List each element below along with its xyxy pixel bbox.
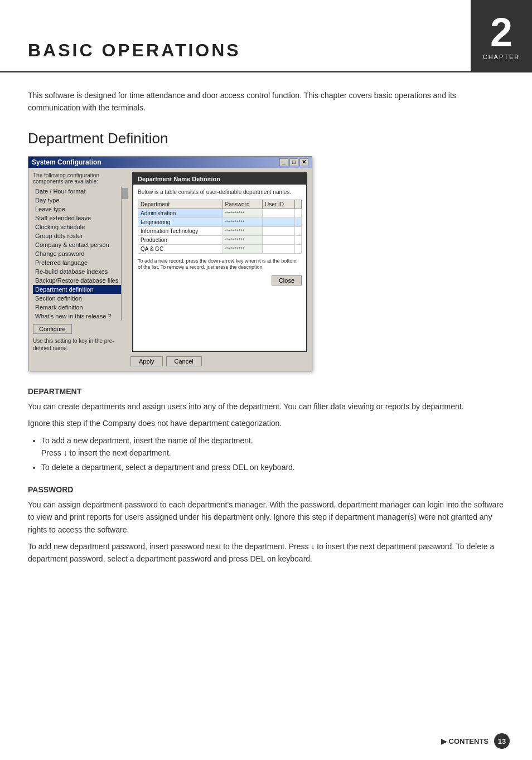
dept-cell[interactable]: Information Technology (138, 226, 223, 235)
dept-close-row: Close (138, 275, 302, 285)
password-para2: To add new department password, insert p… (28, 540, 504, 565)
password-cell[interactable]: ********** (223, 235, 262, 244)
dept-panel-body: Below is a table consists of user-defina… (133, 185, 306, 290)
scrollbar-thumb (122, 188, 128, 199)
config-list-item[interactable]: Department definition (33, 285, 121, 294)
scroll-cell (295, 226, 302, 235)
password-cell[interactable]: ********** (223, 244, 262, 253)
table-row: Production********** (138, 235, 302, 244)
chapter-number: 2 (490, 12, 512, 52)
config-list-item[interactable]: Clocking schedule (33, 222, 121, 231)
contents-nav[interactable]: ▶ CONTENTS (441, 737, 489, 746)
col-scroll (295, 200, 302, 209)
dialog-body: The following configuration components a… (28, 168, 312, 356)
config-list-item[interactable]: Re-build database indexes (33, 267, 121, 276)
password-cell[interactable]: ********** (223, 217, 262, 226)
dept-para2: Ignore this step if the Company does not… (28, 417, 504, 429)
chapter-badge: 2 CHAPTER (471, 0, 532, 72)
dept-description: Below is a table consists of user-defina… (138, 189, 302, 195)
config-list-item[interactable]: Day type (33, 196, 121, 205)
table-row: Information Technology********** (138, 226, 302, 235)
config-list-item[interactable]: Group duty roster (33, 231, 121, 240)
dialog-titlebar: System Configuration _ □ ✕ (28, 157, 312, 168)
apply-button[interactable]: Apply (130, 356, 163, 366)
section-heading: Department Definition (28, 130, 504, 147)
config-list: Date / Hour formatDay typeLeave typeStaf… (33, 187, 121, 321)
dept-table: Department Password User ID Administrati… (138, 200, 302, 254)
table-row: Engineering********** (138, 217, 302, 226)
dept-section-heading: DEPARTMENT (28, 387, 504, 396)
minimize-button[interactable]: _ (279, 158, 288, 166)
chapter-header: BASIC OPERATIONS 2 CHAPTER (0, 0, 532, 72)
password-section-heading: PASSWORD (28, 485, 504, 494)
userid-cell[interactable] (263, 226, 295, 235)
list-scrollbar[interactable] (121, 187, 128, 321)
page-number: 13 (494, 733, 510, 749)
dept-cell[interactable]: QA & GC (138, 244, 223, 253)
list-item: To add a new department, insert the name… (41, 434, 504, 459)
dept-cell[interactable]: Production (138, 235, 223, 244)
config-list-item[interactable]: Company & contact person (33, 240, 121, 249)
col-userid: User ID (263, 200, 295, 209)
dialog-area: System Configuration _ □ ✕ The following… (28, 156, 504, 371)
scroll-cell (295, 209, 302, 217)
dept-panel-header: Department Name Definition (133, 173, 306, 185)
userid-cell[interactable] (263, 244, 295, 253)
scroll-cell (295, 244, 302, 253)
chapter-label: CHAPTER (483, 54, 520, 60)
config-list-item[interactable]: Staff extended leave (33, 214, 121, 222)
dialog-footer: Apply Cancel (126, 356, 312, 371)
password-cell[interactable]: ********** (223, 226, 262, 235)
table-row: QA & GC********** (138, 244, 302, 253)
config-list-item[interactable]: What's new in this release ? (33, 312, 121, 321)
config-list-item[interactable]: Section definition (33, 294, 121, 303)
password-cell[interactable]: ********** (223, 209, 262, 217)
config-list-item[interactable]: Date / Hour format (33, 187, 121, 196)
config-list-item[interactable]: Remark definition (33, 303, 121, 312)
col-password: Password (223, 200, 262, 209)
dept-cell[interactable]: Engineering (138, 217, 223, 226)
dept-close-button[interactable]: Close (272, 275, 302, 285)
scroll-cell (295, 235, 302, 244)
config-list-item[interactable]: Change password (33, 249, 121, 258)
maximize-button[interactable]: □ (289, 158, 298, 166)
dept-panel: Department Name Definition Below is a ta… (132, 172, 307, 352)
dept-bullets: To add a new department, insert the name… (41, 434, 504, 474)
configure-button[interactable]: Configure (33, 324, 72, 334)
userid-cell[interactable] (263, 217, 295, 226)
intro-paragraph: This software is designed for time atten… (28, 89, 504, 114)
scroll-cell (295, 217, 302, 226)
col-dept: Department (138, 200, 223, 209)
config-list-item[interactable]: Leave type (33, 205, 121, 214)
dialog-window-controls: _ □ ✕ (279, 158, 308, 166)
system-config-dialog: System Configuration _ □ ✕ The following… (28, 156, 312, 371)
config-instruction: The following configuration components a… (33, 172, 128, 185)
contents-text: CONTENTS (449, 737, 489, 746)
dialog-title: System Configuration (32, 158, 101, 166)
dept-cell[interactable]: Administration (138, 209, 223, 217)
use-setting-text: Use this setting to key in the pre-defin… (33, 337, 128, 352)
userid-cell[interactable] (263, 235, 295, 244)
left-panel: The following configuration components a… (33, 172, 128, 352)
dept-footer-note: To add a new record, press the down-arro… (138, 258, 302, 271)
main-content: This software is designed for time atten… (0, 89, 532, 565)
cancel-button[interactable]: Cancel (166, 356, 202, 366)
config-list-item[interactable]: Preferred language (33, 258, 121, 267)
config-list-item[interactable]: Backup/Restore database files (33, 276, 121, 285)
config-list-wrapper: Date / Hour formatDay typeLeave typeStaf… (33, 187, 128, 321)
dept-para1: You can create departments and assign us… (28, 400, 504, 413)
table-row: Administration********** (138, 209, 302, 217)
userid-cell[interactable] (263, 209, 295, 217)
close-button[interactable]: ✕ (299, 158, 308, 166)
contents-arrow-icon: ▶ (441, 737, 447, 746)
password-para1: You can assign department password to ea… (28, 498, 504, 536)
list-item: To delete a department, select a departm… (41, 461, 504, 473)
page-footer: ▶ CONTENTS 13 (441, 733, 510, 749)
chapter-title: BASIC OPERATIONS (28, 40, 241, 61)
